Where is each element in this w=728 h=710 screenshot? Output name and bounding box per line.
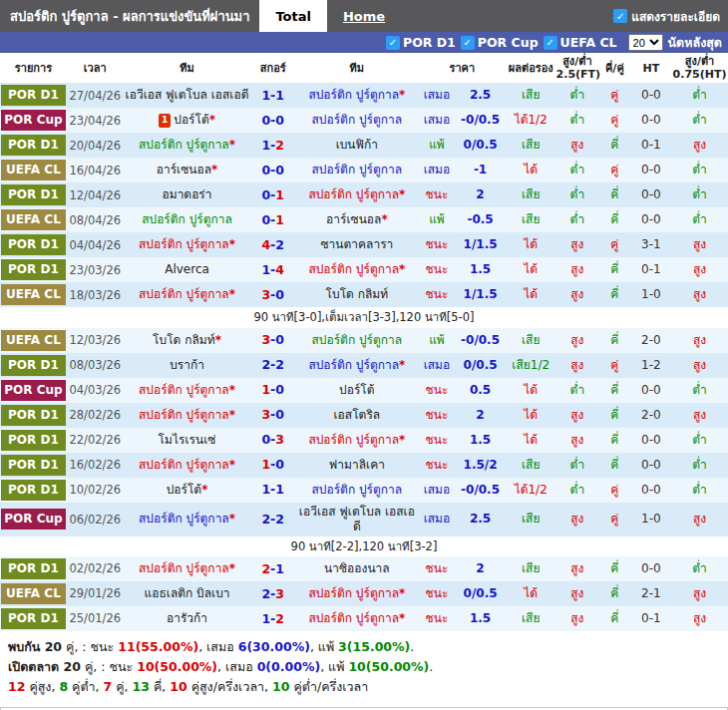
home-team-name-link[interactable]: อาร์เซนอล: [157, 163, 211, 177]
match-count-select[interactable]: 20: [628, 34, 663, 51]
home-team-name-link[interactable]: สปอร์ติก ปูร์ตูกาล: [139, 138, 229, 152]
odd-even: คี่: [598, 428, 630, 453]
home-team-name-link[interactable]: ปอร์โต้: [167, 483, 202, 497]
away-team-cell: สปอร์ติก ปูร์ตูกาล: [295, 108, 419, 133]
odd-even: คี่: [598, 378, 630, 403]
league-badge: POR D1: [1, 558, 66, 579]
show-details-toggle[interactable]: ✓ แสดงรายละเอียด: [613, 0, 728, 32]
home-goals: 1: [261, 482, 270, 497]
summary-segment: 6(30.00%): [238, 639, 310, 654]
away-goals: 1: [275, 212, 284, 227]
match-date: 04/04/26: [67, 232, 124, 257]
away-team-name-link[interactable]: สปอร์ติก ปูร์ตูกาล: [312, 163, 403, 177]
away-team-name-link[interactable]: เอสโตริล: [334, 408, 381, 422]
home-team-name-link[interactable]: อารัวก้า: [167, 611, 207, 625]
handicap-price: 2.5: [455, 503, 506, 536]
away-team-name-link[interactable]: สปอร์ติก ปูร์ตูกาล: [312, 113, 403, 127]
away-team-name-link[interactable]: โบโด กลิมท์: [326, 287, 389, 301]
handicap-price: 0/0.5: [455, 133, 506, 158]
match-row: POR D110/02/26ปอร์โต้*1-1สปอร์ติก ปูร์ตู…: [0, 478, 728, 503]
away-team-name-link[interactable]: เอวีเอส ฟูเตโบล เอสเอดี: [299, 505, 415, 533]
odd-even: คี่: [598, 403, 630, 428]
away-team-name-link[interactable]: ซานตาคลารา: [320, 237, 393, 251]
home-team-cell: สปอร์ติก ปูร์ตูกาล: [124, 207, 251, 232]
home-team-name-link[interactable]: เอวีเอส ฟูเตโบล เอสเอดี: [126, 88, 249, 102]
away-team-cell: สปอร์ติก ปูร์ตูกาล*: [295, 257, 419, 282]
away-team-name-link[interactable]: สปอร์ติก ปูร์ตูกาล: [308, 358, 399, 372]
score-cell: 2-3: [250, 581, 295, 606]
tab-total[interactable]: Total: [259, 0, 327, 32]
home-team-name-link[interactable]: สปอร์ติก ปูร์ตูกาล: [139, 512, 229, 526]
away-goals: 0: [275, 407, 284, 422]
home-team-name-link[interactable]: Alverca: [165, 262, 209, 276]
home-goals: 1: [261, 611, 270, 626]
home-team-cell: สปอร์ติก ปูร์ตูกาล*: [124, 453, 251, 478]
over-under-ht: สูง: [671, 257, 728, 282]
away-team-name-link[interactable]: สปอร์ติก ปูร์ตูกาล: [308, 611, 399, 625]
match-result: ชนะ: [419, 257, 456, 282]
halftime-score: 1-2: [631, 353, 672, 378]
home-team-cell: สปอร์ติก ปูร์ตูกาล*: [124, 282, 251, 307]
score-cell: 0-0: [250, 158, 295, 182]
home-team-name-link[interactable]: บราก้า: [170, 358, 204, 372]
odd-even: คู่: [598, 108, 630, 133]
handicap-price: -1: [455, 158, 506, 182]
home-team-name-link[interactable]: สปอร์ติก ปูร์ตูกาล: [139, 237, 229, 251]
away-team-name-link[interactable]: อาร์เซนอล: [326, 212, 381, 226]
away-team-name-link[interactable]: ปอร์โต้: [339, 383, 375, 397]
away-goals: 0: [275, 457, 284, 472]
favorite-star: *: [211, 163, 217, 177]
away-team-name-link[interactable]: ฟามาลิเคา: [329, 458, 385, 472]
match-row: UEFA CL18/03/26สปอร์ติก ปูร์ตูกาล*3-0โบโ…: [0, 282, 728, 307]
halftime-score: 1-0: [631, 503, 672, 536]
home-team-name-link[interactable]: สปอร์ติก ปูร์ตูกาล: [139, 458, 229, 472]
away-team-name-link[interactable]: สปอร์ติก ปูร์ตูกาล: [312, 483, 403, 497]
league-badge: POR D1: [1, 608, 66, 629]
home-team-name-link[interactable]: สปอร์ติก ปูร์ตูกาล: [139, 561, 229, 575]
home-team-name-link[interactable]: โบโด กลิมท์: [153, 333, 215, 347]
away-team-name-link[interactable]: นาซิอองนาล: [324, 561, 390, 575]
home-team-cell: อาร์เซนอล*: [124, 158, 251, 182]
home-team-name-link[interactable]: สปอร์ติก ปูร์ตูกาล: [142, 212, 232, 226]
league-badge: POR Cup: [1, 110, 66, 131]
summary-segment: 0(0.00%): [257, 659, 321, 674]
home-goals: 0: [261, 187, 270, 202]
away-team-name-link[interactable]: สปอร์ติก ปูร์ตูกาล: [308, 88, 399, 102]
away-team-cell: ซานตาคลารา: [295, 232, 419, 257]
home-team-name-link[interactable]: สปอร์ติก ปูร์ตูกาล: [139, 287, 229, 301]
home-team-name-link[interactable]: โมไรเรนเซ่: [159, 433, 216, 447]
away-team-name-link[interactable]: เบนฟิก้า: [336, 138, 378, 152]
away-goals: 2: [275, 512, 284, 527]
home-team-name-link[interactable]: สปอร์ติก ปูร์ตูกาล: [139, 408, 229, 422]
checkbox-checked-icon[interactable]: ✓: [461, 36, 475, 50]
home-team-name-link[interactable]: อมาดอร่า: [163, 187, 212, 201]
away-team-name-link[interactable]: สปอร์ติก ปูร์ตูกาล: [308, 262, 399, 276]
home-team-name-link[interactable]: สปอร์ติก ปูร์ตูกาล: [139, 383, 229, 397]
away-goals: 0: [275, 332, 284, 347]
checkbox-checked-icon[interactable]: ✓: [544, 36, 557, 50]
header-ht: HT: [631, 53, 672, 83]
titlebar: สปอร์ติก ปูร์ตูกาล - ผลการแข่งขันที่ผ่าน…: [0, 0, 728, 32]
away-team-name-link[interactable]: สปอร์ติก ปูร์ตูกาล: [308, 187, 399, 201]
home-team-name-link[interactable]: ปอร์โต้: [174, 113, 209, 127]
filter-por-cup[interactable]: ✓ POR Cup: [461, 35, 539, 50]
home-team-name-link[interactable]: แอธเลติก บิลเบา: [145, 586, 230, 600]
match-row: POR D120/04/26สปอร์ติก ปูร์ตูกาล*1-2เบนฟ…: [0, 133, 728, 158]
odd-even: คี่: [598, 133, 630, 158]
filter-uefa-cl[interactable]: ✓ UEFA CL: [544, 35, 617, 50]
summary-segment: คู่สูง/ครึ่งเวลา,: [187, 679, 272, 694]
summary-segment: 3(15.00%): [338, 639, 410, 654]
match-result: เสมอ: [419, 83, 456, 108]
away-team-name-link[interactable]: สปอร์ติก ปูร์ตูกาล: [312, 333, 403, 347]
tab-home[interactable]: Home: [327, 0, 401, 32]
over-under-ft: ต่ำ: [556, 207, 599, 232]
away-team-name-link[interactable]: สปอร์ติก ปูร์ตูกาล: [308, 586, 399, 600]
score-cell: 0-1: [250, 207, 295, 232]
checkbox-checked-icon[interactable]: ✓: [613, 9, 627, 23]
checkbox-checked-icon[interactable]: ✓: [386, 36, 400, 50]
summary-segment: 10: [272, 679, 289, 694]
home-team-cell: สปอร์ติก ปูร์ตูกาล*: [124, 503, 251, 536]
match-row: POR D128/02/26สปอร์ติก ปูร์ตูกาล*3-0เอสโ…: [0, 403, 728, 428]
away-team-name-link[interactable]: สปอร์ติก ปูร์ตูกาล: [308, 433, 399, 447]
filter-por-d1[interactable]: ✓ POR D1: [386, 35, 456, 50]
